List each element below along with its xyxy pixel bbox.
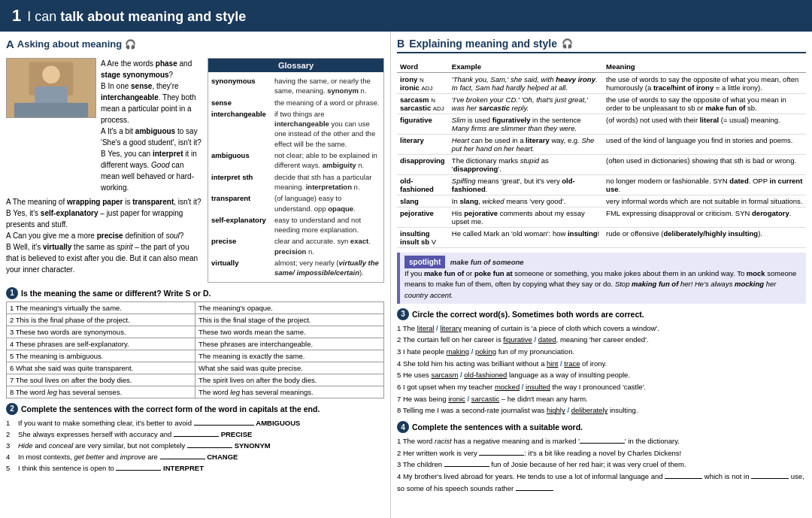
table-row: 3 These two words are synonymous.These t…: [7, 326, 384, 338]
glossary-def: not clear; able to be explained in diffe…: [274, 150, 380, 171]
item-num: 3: [6, 440, 15, 451]
glossary-term: sense: [211, 98, 271, 108]
table-row: 4 These phrases are self-explanatory.The…: [7, 338, 384, 350]
table-cell-example: 'Thank you, Sam,' she said, with heavy i…: [449, 73, 603, 94]
list-item: 2 Her written work is very : it's a bit …: [397, 447, 806, 459]
list-item: 6 I got upset when my teacher mocked / i…: [397, 381, 806, 393]
exercise-4-items: 1 The word racist has a negative meaning…: [397, 435, 806, 494]
glossary-term: ambiguous: [211, 150, 271, 171]
glossary-def: (of language) easy to understand. opp op…: [274, 193, 380, 214]
glossary-def: the meaning of a word or phrase.: [274, 98, 379, 108]
list-item: 5 I think this sentence is open to INTER…: [6, 462, 384, 474]
exercise-2-label: Complete the sentences with the correct …: [21, 404, 320, 413]
spotlight-text: If you make fun of or poke fun at someon…: [404, 269, 796, 299]
table-row: old-fashioned Spiffing means 'great', bu…: [397, 175, 806, 195]
table-cell-example: His pejorative comments about my essay u…: [449, 208, 603, 228]
glossary-term: interpret sth: [211, 172, 271, 192]
unit-number: 1: [12, 6, 21, 26]
table-cell-meaning: FML expressing disapproval or criticism.…: [603, 208, 806, 228]
table-cell: These two words mean the same.: [195, 326, 384, 338]
list-item: 1 If you want to make something clear, i…: [6, 417, 384, 429]
table-row: disapproving The dictionary marks stupid…: [397, 155, 806, 175]
list-item: 4 She told him his acting was brilliant …: [397, 358, 806, 370]
list-item: 5 He uses sarcasm / old-fashioned langua…: [397, 369, 806, 381]
exercise-2-items: 1 If you want to make something clear, i…: [6, 417, 384, 474]
glossary-row: transparent (of language) easy to unders…: [211, 192, 380, 214]
glossary-table: synonymous having the same, or nearly th…: [208, 72, 383, 282]
glossary-term: precise: [211, 236, 271, 256]
table-cell-example: In slang, wicked means 'very good'.: [449, 195, 603, 208]
glossary-term: transparent: [211, 193, 271, 214]
glossary-row: synonymous having the same, or nearly th…: [211, 75, 380, 97]
glossary-row: precise clear and accurate. syn exact. p…: [211, 235, 380, 257]
section-b-header: B Explaining meaning and style 🎧: [397, 38, 806, 53]
headphone-icon-b: 🎧: [562, 38, 573, 49]
item-num: 2: [6, 429, 15, 440]
exercise-1-number: 1: [6, 287, 18, 299]
glossary-def: having the same, or nearly the same, mea…: [274, 76, 380, 96]
table-cell-example: Spiffing means 'great', but it's very ol…: [449, 175, 603, 195]
glossary-term: interchangeable: [211, 109, 271, 149]
table-row: 1 The meaning's virtually the same.The m…: [7, 301, 384, 314]
table-row: 5 The meaning is ambiguous.The meaning i…: [7, 350, 384, 362]
col-meaning: Meaning: [603, 61, 806, 73]
item-num: 1: [6, 417, 15, 429]
exercise-4-title: 4 Complete the sentences with a suitable…: [397, 421, 806, 433]
list-item: 7 He was being ironic / sarcastic – he d…: [397, 393, 806, 405]
table-cell: 5 The meaning is ambiguous.: [7, 350, 195, 362]
item-text: She always expresses herself with accura…: [18, 429, 252, 440]
dialogue-text-2: A The meaning of wrapping paper is trans…: [6, 196, 201, 275]
table-row: 8 The word leg has several senses.The wo…: [7, 386, 384, 398]
title-intro: I can: [27, 9, 60, 24]
table-cell: The meaning's opaque.: [195, 301, 384, 314]
glossary-def: clear and accurate. syn exact. precision…: [274, 236, 380, 256]
exercise-3: 3 Circle the correct word(s). Sometimes …: [397, 308, 806, 417]
item-text: Hide and conceal are very similar, but n…: [18, 440, 271, 451]
svg-point-2: [42, 66, 60, 84]
list-item: 1 The word racist has a negative meaning…: [397, 435, 806, 447]
table-cell: 8 The word leg has several senses.: [7, 386, 195, 398]
list-item: 4 In most contexts, get better and impro…: [6, 451, 384, 462]
list-item: 1 The literal / literary meaning of curt…: [397, 323, 806, 335]
table-cell-example: Slim is used figuratively in the sentenc…: [449, 114, 603, 135]
table-cell: 3 These two words are synonymous.: [7, 326, 195, 338]
exercise-4: 4 Complete the sentences with a suitable…: [397, 421, 806, 494]
list-item: 3 The children fun of Josie because of h…: [397, 459, 806, 471]
table-cell: 7 The soul lives on after the body dies.: [7, 374, 195, 386]
exercise-3-number: 3: [397, 308, 409, 320]
item-num: 4: [6, 451, 15, 462]
exercise-2-number: 2: [6, 403, 18, 415]
glossary-header: Glossary: [208, 59, 383, 72]
title-bold: talk about meaning and style: [60, 9, 246, 24]
item-text: If you want to make something clear, it'…: [18, 417, 300, 429]
col-example: Example: [449, 61, 603, 73]
table-cell: This is the final stage of the project.: [195, 314, 384, 326]
table-cell-word: literary: [397, 135, 449, 155]
section-a-header: A Asking about meaning 🎧: [6, 38, 384, 50]
item-text: I think this sentence is open to INTERPR…: [18, 462, 204, 474]
glossary-def: if two things are interchangeable you ca…: [274, 109, 380, 149]
table-cell-meaning: no longer modern or fashionable. SYN dat…: [603, 175, 806, 195]
glossary-term: self-explanatory: [211, 215, 271, 235]
table-cell-word: insultinginsult sb V: [397, 228, 449, 248]
table-cell-meaning: the use of words to say the opposite of …: [603, 94, 806, 114]
table-cell-meaning: (of words) not used with their literal (…: [603, 114, 806, 135]
student-image: [6, 58, 96, 118]
exercise-1: 1 Is the meaning the same or different? …: [6, 287, 384, 398]
dialogue-text: A Are the words phase and stage synonymo…: [101, 58, 201, 193]
exercise-3-label: Circle the correct word(s). Sometimes bo…: [412, 310, 644, 319]
spotlight-label: spotlight: [404, 256, 445, 268]
table-cell-word: old-fashioned: [397, 175, 449, 195]
table-cell-word: irony Nironic ADJ: [397, 73, 449, 94]
item-num: 5: [6, 462, 15, 474]
table-cell-word: sarcasm Nsarcastic ADJ: [397, 94, 449, 114]
table-row: 7 The soul lives on after the body dies.…: [7, 374, 384, 386]
b-meaning-table: Word Example Meaning irony Nironic ADJ '…: [397, 61, 806, 248]
table-row: irony Nironic ADJ 'Thank you, Sam,' she …: [397, 73, 806, 94]
exercise-1-table: 1 The meaning's virtually the same.The m…: [6, 301, 384, 398]
table-cell-word: slang: [397, 195, 449, 208]
left-column: A Asking about meaning 🎧: [0, 32, 391, 518]
table-row: figurative Slim is used figuratively in …: [397, 114, 806, 135]
col-word: Word: [397, 61, 449, 73]
exercise-4-number: 4: [397, 421, 409, 433]
